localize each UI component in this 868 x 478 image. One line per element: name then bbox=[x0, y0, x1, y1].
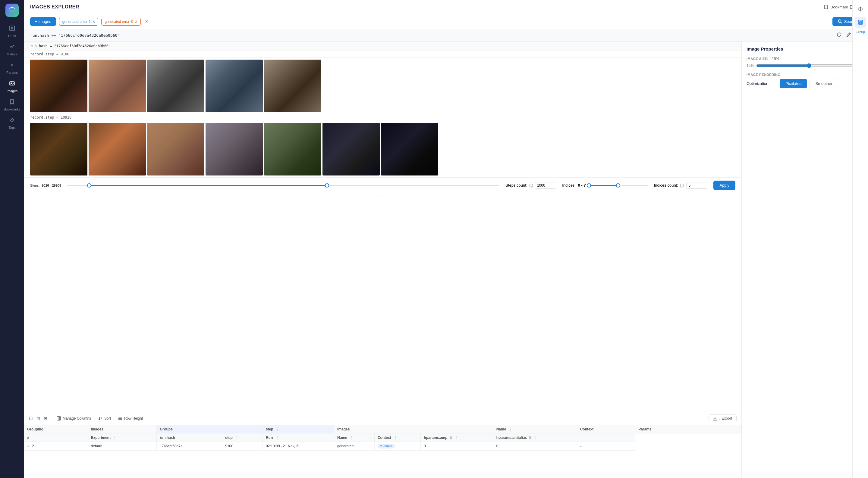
name-col-menu[interactable]: ⋮ bbox=[508, 427, 513, 431]
query-edit-button[interactable] bbox=[845, 32, 852, 39]
svg-rect-26 bbox=[859, 21, 860, 22]
sort-button[interactable]: Sort bbox=[96, 415, 113, 422]
image-thumb-6[interactable] bbox=[30, 123, 87, 175]
image-thumb-9[interactable] bbox=[206, 123, 263, 175]
run-col-menu[interactable]: ⋮ bbox=[275, 435, 279, 440]
drag-handle[interactable]: · · · · bbox=[24, 193, 741, 201]
th-images-col: Images bbox=[88, 425, 157, 434]
image-thumb-4[interactable] bbox=[206, 60, 263, 112]
image-thumb-2[interactable] bbox=[89, 60, 146, 112]
th-groups: Groups bbox=[157, 425, 263, 434]
tag-chip-ema0[interactable]: generated ema=0 × bbox=[101, 18, 141, 26]
experiment-col-menu[interactable]: ⋮ bbox=[113, 435, 117, 440]
sidebar-item-images[interactable]: Images bbox=[2, 78, 22, 95]
steps-range-label: Steps: 9026 - 29909 bbox=[30, 183, 61, 187]
tag-chip-ema0-label: generated ema=0 bbox=[104, 20, 133, 24]
amp-sort-icon[interactable]: ⇅ bbox=[450, 436, 452, 440]
panel-header: Image Properties bbox=[747, 46, 863, 52]
table-select-none[interactable]: ⊟ bbox=[44, 416, 47, 421]
image-thumb-3[interactable] bbox=[147, 60, 204, 112]
images-row-2 bbox=[24, 121, 741, 177]
indices-group: Indices: 0 - 7 bbox=[562, 182, 648, 189]
row-height-button[interactable]: Row Height bbox=[116, 415, 145, 422]
sidebar-item-bookmarks[interactable]: Bookmarks bbox=[2, 96, 22, 113]
image-thumb-8[interactable] bbox=[147, 123, 204, 175]
th-run-sub: Run ⋮ bbox=[262, 434, 334, 442]
rendering-buttons: Pixelated Smoother bbox=[780, 79, 838, 88]
page-title: IMAGES EXPLORER bbox=[30, 4, 79, 10]
row-more-icon[interactable]: ··· bbox=[580, 444, 584, 448]
th-context-sub: Context ⋮ bbox=[374, 434, 421, 442]
indices-slider-wrap bbox=[588, 182, 648, 189]
query-refresh-button[interactable] bbox=[835, 32, 843, 39]
name-sub-col-menu[interactable]: ⋮ bbox=[349, 435, 353, 440]
image-thumb-1[interactable] bbox=[30, 60, 87, 112]
runs-icon bbox=[9, 25, 15, 33]
steps-range-value: 9026 - 29909 bbox=[41, 183, 61, 187]
manage-columns-label: Manage Columns bbox=[63, 416, 91, 420]
tag-chip-ema1[interactable]: generated ema=1 × bbox=[59, 18, 98, 26]
td-expand[interactable]: ∨ 2 bbox=[24, 442, 88, 451]
sidebar-label-images: Images bbox=[7, 89, 18, 93]
sidebar-item-metrics[interactable]: Metrics bbox=[2, 41, 22, 58]
amp-col-menu[interactable]: ⋮ bbox=[454, 435, 458, 440]
pixelated-button[interactable]: Pixelated bbox=[780, 79, 807, 88]
data-table: Grouping Images Groups step bbox=[24, 425, 741, 451]
add-images-button[interactable]: + Images bbox=[30, 17, 56, 26]
app-header: IMAGES EXPLORER Bookmark ☰ bbox=[24, 0, 868, 14]
context-sub-col-menu[interactable]: ⋮ bbox=[393, 435, 397, 440]
image-size-label: IMAGE SIZE: bbox=[747, 57, 769, 61]
context-col-menu[interactable]: ⋮ bbox=[596, 427, 600, 431]
steps-slider[interactable] bbox=[67, 182, 499, 189]
image-thumb-10[interactable] bbox=[264, 123, 321, 175]
table-toolbar: ☐ ⊡ ⊟ Manage Columns bbox=[24, 412, 741, 425]
td-name: generated bbox=[334, 442, 375, 451]
image-thumb-12[interactable] bbox=[381, 123, 438, 175]
tag-chip-ema1-remove[interactable]: × bbox=[93, 20, 95, 24]
image-thumb-5[interactable] bbox=[264, 60, 321, 112]
sidebar-label-bookmarks: Bookmarks bbox=[4, 107, 20, 111]
clear-filters-button[interactable]: × bbox=[144, 17, 150, 26]
sidebar-item-runs[interactable]: Runs bbox=[2, 23, 22, 40]
indices-count-group: Indices count: bbox=[654, 182, 708, 189]
bookmark-button[interactable]: Bookmark bbox=[824, 4, 854, 9]
export-button[interactable]: ↓ Export bbox=[709, 414, 737, 422]
antialias-col-menu[interactable]: ⋮ bbox=[534, 435, 538, 440]
table-select-all[interactable]: ☐ bbox=[29, 416, 33, 421]
svg-rect-28 bbox=[859, 23, 860, 24]
td-runhash: 1766ccf60d7a... bbox=[157, 442, 222, 451]
query-bar: run.hash == "1766ccf60d7a4326a0eb9b60" bbox=[24, 29, 868, 41]
step-col-menu[interactable]: ⋮ bbox=[276, 427, 279, 431]
image-thumb-11[interactable] bbox=[322, 123, 380, 175]
properties-icon-btn[interactable] bbox=[855, 17, 866, 28]
indices-slider[interactable] bbox=[588, 182, 648, 189]
td-row-menu[interactable]: ··· bbox=[577, 442, 635, 451]
td-experiment: default bbox=[88, 442, 157, 451]
table-select-some[interactable]: ⊡ bbox=[36, 416, 40, 421]
run-header: run.hash = "1766ccf60d7a4326a0eb9b60" bbox=[24, 41, 741, 51]
image-size-slider[interactable] bbox=[756, 63, 854, 68]
smoother-button[interactable]: Smoother bbox=[809, 79, 838, 88]
rendering-options-row: Optimization Pixelated Smoother bbox=[747, 79, 863, 88]
table-scroll-area: Grouping Images Groups step bbox=[24, 425, 741, 478]
apply-button[interactable]: Apply bbox=[713, 181, 735, 190]
td-hparams-amp: 0 bbox=[421, 442, 493, 451]
context-badge[interactable]: 2 values bbox=[378, 444, 395, 448]
run-group: run.hash = "1766ccf60d7a4326a0eb9b60" re… bbox=[24, 41, 741, 177]
bookmark-label: Bookmark bbox=[830, 5, 848, 9]
step-sub-col-menu[interactable]: ⋮ bbox=[235, 435, 239, 440]
image-thumb-7[interactable] bbox=[89, 123, 146, 175]
sidebar-item-tags[interactable]: Tags bbox=[2, 115, 22, 132]
step-header-1: record.step = 9100 bbox=[24, 51, 741, 58]
move-icon-btn[interactable] bbox=[855, 4, 866, 14]
manage-columns-button[interactable]: Manage Columns bbox=[55, 415, 93, 422]
th-num: # bbox=[24, 434, 88, 442]
sidebar-item-params[interactable]: Params bbox=[2, 60, 22, 77]
indices-count-input[interactable] bbox=[686, 182, 707, 189]
tag-chip-ema0-remove[interactable]: × bbox=[135, 20, 137, 24]
slider-controls-area: Steps: 9026 - 29909 bbox=[24, 177, 741, 193]
group-label: Group bbox=[856, 30, 865, 34]
steps-count-group: Steps count: ? bbox=[505, 182, 556, 189]
antialias-sort-icon[interactable]: ⇅ bbox=[529, 436, 531, 440]
steps-count-input[interactable] bbox=[535, 182, 556, 189]
